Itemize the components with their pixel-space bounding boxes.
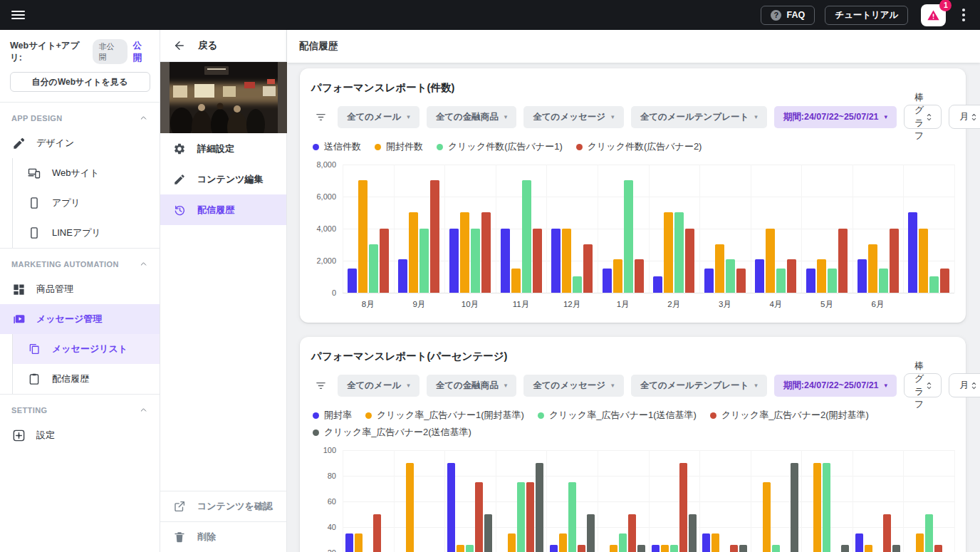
bar bbox=[568, 482, 576, 552]
bar bbox=[369, 244, 378, 293]
faq-button[interactable]: ? FAQ bbox=[761, 6, 815, 25]
sidebar-item-delivery-history[interactable]: 配信履歴 bbox=[13, 364, 160, 394]
bar bbox=[916, 533, 924, 552]
bar bbox=[573, 276, 582, 293]
panel-item-content-edit[interactable]: コンテンツ編集 bbox=[160, 164, 286, 194]
tutorial-button-label: チュートリアル bbox=[835, 9, 898, 21]
bar-group bbox=[343, 450, 394, 552]
bar bbox=[828, 269, 837, 293]
bar bbox=[879, 269, 888, 293]
sidebar-item-product-management[interactable]: 商品管理 bbox=[0, 274, 160, 304]
panel-item-label: 詳細設定 bbox=[197, 142, 234, 155]
legend-item[interactable]: クリック率_広告バナー2(送信基準) bbox=[313, 426, 471, 439]
clipboard-icon bbox=[28, 373, 41, 385]
sidebar-section-header[interactable]: APP DESIGN bbox=[0, 103, 160, 128]
bar-chart: 100806040200 bbox=[311, 450, 954, 552]
chart-type-select[interactable]: 棒グラフ bbox=[904, 105, 942, 129]
bar bbox=[763, 482, 771, 552]
x-tick-label: 9月 bbox=[394, 293, 445, 311]
bar bbox=[711, 533, 719, 552]
legend-item[interactable]: クリック率_広告バナー2(開封基準) bbox=[710, 409, 869, 422]
legend-item[interactable]: 開封率 bbox=[313, 409, 352, 422]
sidebar-item-message-management[interactable]: メッセージ管理 bbox=[0, 304, 160, 334]
legend-label: クリック率_広告バナー2(開封基準) bbox=[721, 409, 869, 422]
report-list: パフォーマンスレポート(件数)全てのメール▾全ての金融商品▾全てのメッセージ▾全… bbox=[287, 63, 980, 552]
legend-label: クリック件数(広告バナー1) bbox=[448, 140, 563, 153]
page-header: 配信履歴 bbox=[287, 30, 980, 63]
card-title: パフォーマンスレポート(パーセンテージ) bbox=[311, 350, 954, 363]
filter-chip[interactable]: 全てのメール▾ bbox=[338, 106, 419, 128]
sidebar-item-label: アプリ bbox=[52, 197, 80, 209]
alert-button[interactable]: 1 bbox=[921, 4, 946, 26]
chart-type-value: 棒グラフ bbox=[914, 91, 924, 142]
chevron-up-icon bbox=[139, 405, 148, 415]
bar bbox=[475, 482, 483, 552]
bar bbox=[679, 463, 687, 552]
sidebar-subgroup: メッセージリスト配信履歴 bbox=[12, 334, 160, 394]
legend-item[interactable]: クリック件数(広告バナー2) bbox=[576, 140, 702, 153]
chevron-up-icon bbox=[139, 113, 148, 123]
sidebar-item-line-app[interactable]: LINEアプリ bbox=[13, 218, 160, 248]
sidebar-item-design[interactable]: デザイン bbox=[0, 128, 160, 158]
sidebar-item-message-list[interactable]: メッセージリスト bbox=[13, 334, 160, 364]
bar bbox=[858, 259, 867, 293]
legend-item[interactable]: クリック件数(広告バナー1) bbox=[437, 140, 563, 153]
sidebar-item-app[interactable]: アプリ bbox=[13, 188, 160, 218]
filter-icon bbox=[315, 380, 327, 392]
publish-link[interactable]: 公開 bbox=[133, 40, 150, 64]
bar bbox=[704, 269, 714, 293]
bar bbox=[670, 545, 678, 552]
bar-group bbox=[394, 165, 445, 293]
dashboard-icon bbox=[12, 283, 26, 296]
filter-chip[interactable]: 全ての金融商品▾ bbox=[427, 375, 517, 397]
interval-select[interactable]: 月 bbox=[949, 105, 980, 129]
bar bbox=[345, 533, 353, 552]
filter-chip[interactable]: 全てのメールテンプレート▾ bbox=[631, 375, 767, 397]
chart-type-select[interactable]: 棒グラフ bbox=[904, 373, 942, 397]
filter-chip[interactable]: 全てのメッセージ▾ bbox=[523, 375, 623, 397]
legend-dot bbox=[375, 144, 381, 150]
bar bbox=[652, 545, 660, 552]
interval-select[interactable]: 月 bbox=[949, 373, 980, 397]
sidebar-section-header[interactable]: MARKETING AUTOMATION bbox=[0, 249, 160, 274]
sidebar-item-label: Webサイト bbox=[52, 167, 99, 179]
interval-value: 月 bbox=[959, 110, 969, 123]
card-title: パフォーマンスレポート(件数) bbox=[311, 81, 954, 95]
view-my-website-button[interactable]: 自分のWebサイトを見る bbox=[10, 72, 150, 92]
plot-area bbox=[343, 450, 954, 552]
sidebar-item-settings[interactable]: 設定 bbox=[0, 420, 160, 450]
back-button[interactable]: 戻る bbox=[160, 30, 286, 62]
sidebar-section-header[interactable]: SETTING bbox=[0, 395, 160, 420]
filter-chip[interactable]: 全てのメール▾ bbox=[338, 375, 419, 397]
panel-item-delete[interactable]: 削除 bbox=[160, 521, 286, 552]
y-tick-label: 20 bbox=[328, 548, 336, 552]
filter-chip-label: 全てのメールテンプレート bbox=[640, 380, 749, 392]
panel-item-check-content[interactable]: コンテンツを確認 bbox=[160, 491, 286, 521]
tutorial-button[interactable]: チュートリアル bbox=[825, 6, 908, 25]
filter-chip[interactable]: 全てのメッセージ▾ bbox=[523, 106, 623, 128]
bar bbox=[624, 180, 633, 293]
hamburger-menu-icon[interactable] bbox=[11, 11, 25, 20]
bar bbox=[460, 212, 469, 293]
kebab-menu-icon[interactable] bbox=[959, 5, 969, 24]
filter-chip[interactable]: 全ての金融商品▾ bbox=[427, 106, 517, 128]
legend-item[interactable]: 送信件数 bbox=[313, 140, 361, 153]
legend-item[interactable]: 開封件数 bbox=[375, 140, 423, 153]
back-label: 戻る bbox=[198, 39, 217, 52]
period-chip[interactable]: 期間:24/07/22~25/07/21▾ bbox=[774, 106, 897, 128]
message-panel: 戻る 詳細設定コンテンツ編集配信履歴 bbox=[160, 30, 287, 552]
media-message-icon bbox=[12, 313, 26, 326]
sidebar-item-website[interactable]: Webサイト bbox=[13, 158, 160, 188]
legend-dot bbox=[365, 412, 372, 419]
panel-item-detail-settings[interactable]: 詳細設定 bbox=[160, 133, 286, 164]
panel-item-delivery-history[interactable]: 配信履歴 bbox=[160, 194, 286, 225]
period-chip[interactable]: 期間:24/07/22~25/07/21▾ bbox=[774, 375, 897, 397]
sidebar-subgroup: WebサイトアプリLINEアプリ bbox=[12, 158, 160, 248]
legend-item[interactable]: クリック率_広告バナー1(送信基準) bbox=[538, 409, 697, 422]
filter-chip[interactable]: 全てのメールテンプレート▾ bbox=[631, 106, 767, 128]
legend-item[interactable]: クリック率_広告バナー1(開封基準) bbox=[365, 409, 524, 422]
bar bbox=[355, 533, 363, 552]
legend-dot bbox=[576, 144, 583, 150]
x-tick-label: 6月 bbox=[853, 293, 904, 311]
y-axis: 8,0006,0004,0002,0000 bbox=[311, 165, 343, 293]
